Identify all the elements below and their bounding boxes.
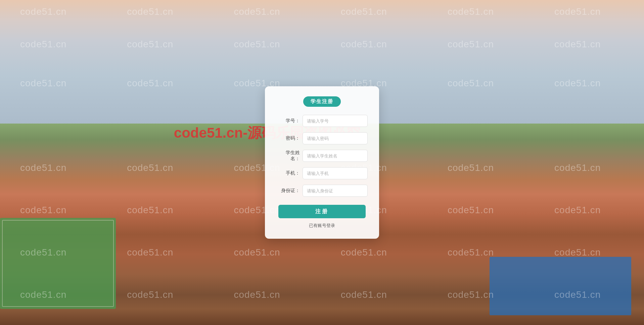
password-row: 密码： xyxy=(278,132,366,144)
phone-input[interactable] xyxy=(303,167,368,179)
password-input[interactable] xyxy=(303,132,368,144)
sports-courts xyxy=(490,257,631,315)
phone-row: 手机： xyxy=(278,167,366,179)
password-label: 密码： xyxy=(278,135,303,141)
card-title: 学生注册 xyxy=(303,96,341,107)
sports-field xyxy=(0,218,116,309)
name-row: 学生姓名： xyxy=(278,150,366,162)
id-card-row: 身份证： xyxy=(278,185,366,197)
student-id-row: 学号： xyxy=(278,115,366,127)
name-label: 学生姓名： xyxy=(278,150,303,162)
id-card-input[interactable] xyxy=(303,185,368,197)
registration-card: 学生注册 学号： 密码： 学生姓名： 手机： 身份证： 注册 已有账号登录 xyxy=(265,86,379,239)
id-card-label: 身份证： xyxy=(278,188,303,194)
phone-label: 手机： xyxy=(278,170,303,176)
student-id-label: 学号： xyxy=(278,118,303,124)
register-button[interactable]: 注册 xyxy=(278,205,366,218)
login-link[interactable]: 已有账号登录 xyxy=(309,223,335,228)
card-header: 学生注册 xyxy=(278,96,366,107)
name-input[interactable] xyxy=(303,150,368,162)
student-id-input[interactable] xyxy=(303,115,368,127)
login-link-row: 已有账号登录 xyxy=(278,222,366,229)
